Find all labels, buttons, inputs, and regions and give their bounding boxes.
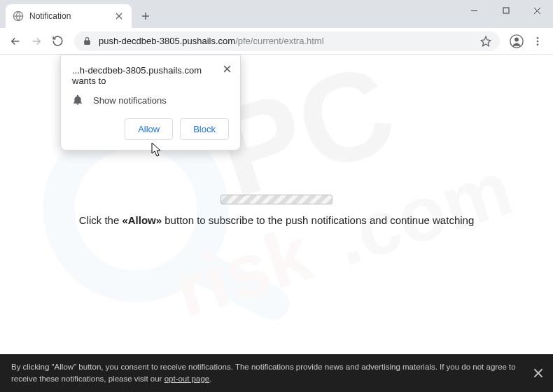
url-text: push-decdbeb-3805.pushails.com/pfe/curre… bbox=[99, 36, 324, 46]
instruction-text: Click the «Allow» button to subscribe to… bbox=[79, 214, 475, 226]
instruction-suffix: button to subscribe to the push notifica… bbox=[162, 214, 474, 226]
block-button[interactable]: Block bbox=[180, 118, 229, 140]
new-tab-button[interactable] bbox=[136, 6, 155, 26]
url-path: /pfe/current/extra.html bbox=[235, 36, 323, 46]
consent-bar: By clicking "Allow" button, you consent … bbox=[0, 354, 553, 393]
globe-icon bbox=[13, 10, 24, 22]
loading-bar bbox=[220, 195, 332, 204]
url-host: push-decdbeb-3805.pushails.com bbox=[99, 36, 235, 46]
reload-button[interactable] bbox=[48, 31, 67, 51]
svg-point-4 bbox=[537, 37, 539, 39]
bookmark-star-icon[interactable] bbox=[480, 36, 491, 47]
svg-point-6 bbox=[537, 43, 539, 46]
consent-close-icon[interactable] bbox=[533, 368, 543, 378]
consent-text-2: . bbox=[209, 374, 211, 383]
back-button[interactable] bbox=[6, 31, 25, 51]
maximize-button[interactable] bbox=[490, 0, 522, 21]
allow-button[interactable]: Allow bbox=[125, 118, 173, 140]
instruction-bold: «Allow» bbox=[122, 214, 162, 226]
consent-text-1: By clicking "Allow" button, you consent … bbox=[11, 363, 516, 383]
kebab-menu-icon[interactable] bbox=[528, 31, 547, 51]
minimize-button[interactable] bbox=[458, 0, 490, 21]
forward-button[interactable] bbox=[27, 31, 46, 51]
tab-title: Notification bbox=[29, 11, 113, 21]
address-bar[interactable]: push-decdbeb-3805.pushails.com/pfe/curre… bbox=[74, 31, 500, 51]
page-content: PC risk .com ...h-decdbeb-3805.pushails.… bbox=[0, 55, 553, 392]
svg-rect-1 bbox=[503, 8, 509, 13]
prompt-permission-row: Show notifications bbox=[72, 94, 229, 106]
svg-point-5 bbox=[537, 40, 539, 42]
browser-tab[interactable]: Notification bbox=[6, 4, 132, 28]
profile-button[interactable] bbox=[507, 31, 526, 51]
svg-point-3 bbox=[514, 37, 519, 41]
instruction-prefix: Click the bbox=[79, 214, 122, 226]
prompt-actions: Allow Block bbox=[72, 118, 229, 140]
bell-icon bbox=[72, 94, 83, 106]
prompt-origin-text: ...h-decdbeb-3805.pushails.com wants to bbox=[72, 65, 229, 86]
mouse-cursor-icon bbox=[151, 142, 162, 158]
opt-out-link[interactable]: opt-out page bbox=[164, 374, 210, 383]
tab-close-icon[interactable] bbox=[113, 10, 125, 22]
prompt-permission-label: Show notifications bbox=[93, 95, 167, 106]
prompt-close-icon[interactable] bbox=[220, 62, 233, 75]
lock-icon bbox=[83, 36, 92, 46]
window-controls bbox=[458, 0, 553, 21]
close-button[interactable] bbox=[522, 0, 553, 21]
notification-permission-prompt: ...h-decdbeb-3805.pushails.com wants to … bbox=[60, 55, 241, 150]
window-titlebar: Notification bbox=[0, 0, 553, 28]
browser-toolbar: push-decdbeb-3805.pushails.com/pfe/curre… bbox=[0, 28, 553, 55]
